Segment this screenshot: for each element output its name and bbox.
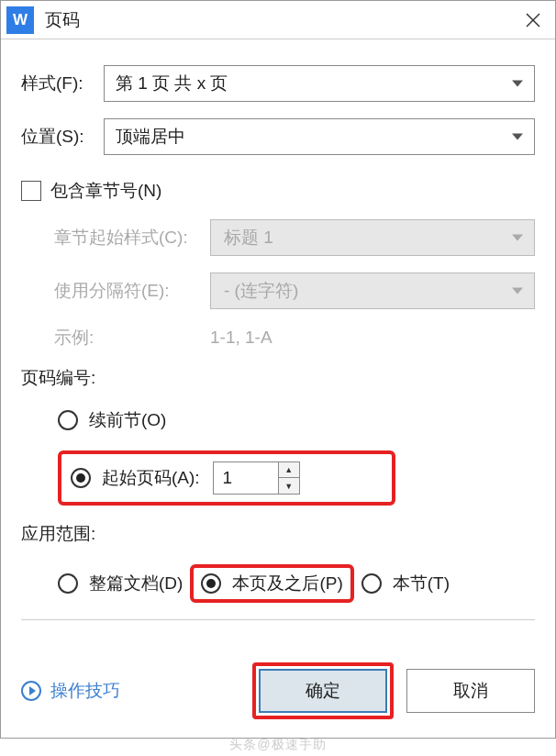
chapter-style-value: 标题 1 [224,226,273,250]
scope-after-label: 本页及之后(P) [232,572,342,595]
play-icon [21,681,41,701]
chapter-style-label: 章节起始样式(C): [54,226,210,250]
scope-section-label: 本节(T) [393,572,450,595]
chevron-down-icon [512,134,523,140]
start-at-radio[interactable] [71,468,91,488]
app-icon: W [6,6,34,34]
close-icon [526,13,540,28]
chevron-down-icon [512,288,523,295]
chevron-down-icon [512,81,523,87]
tips-label: 操作技巧 [50,679,120,703]
start-at-highlight: 起始页码(A): ▲ ▼ [58,450,395,506]
scope-whole-label: 整篇文档(D) [89,572,183,595]
scope-section-radio[interactable] [361,573,382,594]
page-number-dialog: W 页码 样式(F): 第 1 页 共 x 页 位置(S): 顶端居中 包含章节… [0,0,556,739]
tips-link[interactable]: 操作技巧 [21,679,239,703]
scope-label: 应用范围: [21,522,535,546]
spinner-up-button[interactable]: ▲ [279,462,299,478]
example-value: 1-1, 1-A [210,328,272,348]
scope-whole-radio[interactable] [58,573,78,594]
dialog-title: 页码 [45,8,511,32]
continue-prev-radio[interactable] [58,410,78,430]
dialog-content: 样式(F): 第 1 页 共 x 页 位置(S): 顶端居中 包含章节号(N) … [1,39,555,662]
chapter-style-select: 标题 1 [210,219,535,256]
ok-button[interactable]: 确定 [259,669,387,713]
separator-select: - (连字符) [210,272,535,309]
watermark: 头条@极速手助 [0,737,556,753]
cancel-button[interactable]: 取消 [406,669,535,713]
include-chapter-label: 包含章节号(N) [50,179,161,203]
separator-label: 使用分隔符(E): [54,279,210,303]
format-select[interactable]: 第 1 页 共 x 页 [104,65,535,102]
example-label: 示例: [54,326,210,350]
format-value: 第 1 页 共 x 页 [116,72,228,95]
start-at-spinner: ▲ ▼ [213,461,300,495]
divider [21,619,535,620]
include-chapter-checkbox[interactable] [21,181,41,201]
scope-after-highlight: 本页及之后(P) [190,564,353,603]
scope-after-radio[interactable] [201,573,221,594]
start-at-label: 起始页码(A): [102,466,200,490]
start-at-input[interactable] [214,462,278,494]
close-button[interactable] [511,1,555,39]
position-value: 顶端居中 [116,125,185,149]
separator-value: - (连字符) [224,279,298,303]
dialog-footer: 操作技巧 确定 取消 [1,662,555,738]
titlebar: W 页码 [1,1,555,39]
spinner-down-button[interactable]: ▼ [279,478,299,494]
chevron-down-icon [512,235,523,241]
format-label: 样式(F): [21,72,104,95]
position-label: 位置(S): [21,125,104,149]
continue-prev-label: 续前节(O) [89,408,166,432]
ok-button-highlight: 确定 [252,662,394,719]
position-select[interactable]: 顶端居中 [104,118,535,155]
page-numbering-label: 页码编号: [21,366,535,390]
